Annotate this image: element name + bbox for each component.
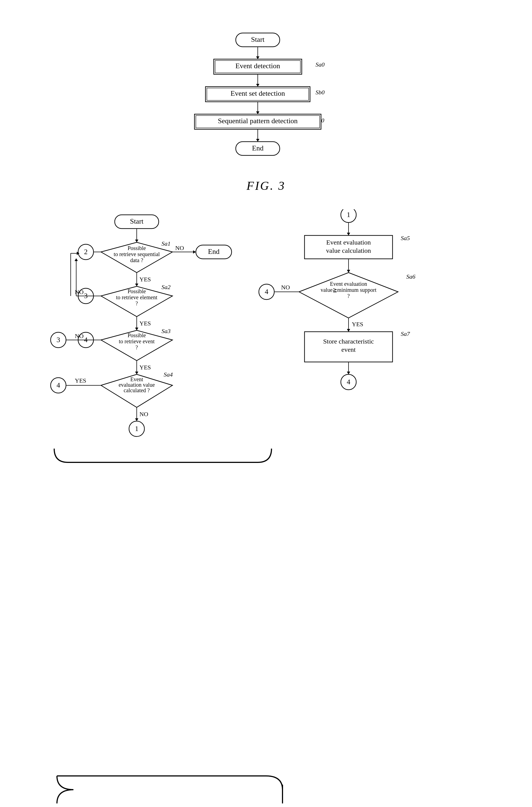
svg-text:4: 4 [347,378,350,386]
svg-text:YES: YES [352,321,363,328]
svg-text:Event evaluation: Event evaluation [330,281,367,287]
svg-text:YES: YES [139,320,151,327]
svg-text:NO: NO [281,284,290,291]
svg-text:data ?: data ? [130,257,143,263]
svg-text:to retrieve event: to retrieve event [119,338,155,344]
fig4-container: Start 2 Sa1 Possible to retrieve sequent… [22,209,510,807]
svg-text:calculated ?: calculated ? [124,387,150,393]
svg-marker-122 [347,371,350,374]
fig4-svg: Start 2 Sa1 Possible to retrieve sequent… [32,209,500,773]
svg-marker-9 [256,84,260,87]
svg-text:Sequential pattern detection: Sequential pattern detection [218,117,298,125]
svg-marker-61 [75,258,78,261]
svg-text:4: 4 [57,381,60,389]
svg-text:1: 1 [135,425,139,433]
svg-marker-27 [135,239,138,242]
svg-text:NO: NO [75,332,83,340]
fig3-svg: Start Sa0 Event detection Sb0 Event set … [170,27,362,171]
svg-text:Possible: Possible [128,245,146,251]
svg-text:2: 2 [84,248,88,256]
svg-marker-3 [256,56,260,59]
svg-text:Possible: Possible [128,288,146,294]
svg-text:Event detection: Event detection [235,62,280,70]
svg-text:?: ? [136,300,138,306]
svg-text:Possible: Possible [128,332,146,338]
svg-text:to retrieve element: to retrieve element [116,294,157,300]
svg-marker-91 [135,418,138,421]
svg-text:YES: YES [139,276,151,283]
svg-text:Event evaluation: Event evaluation [326,239,371,246]
svg-text:event: event [341,346,356,353]
svg-text:Start: Start [130,217,144,225]
svg-text:evaluation value: evaluation value [118,382,155,388]
svg-text:End: End [252,144,264,152]
page: Start Sa0 Event detection Sb0 Event set … [0,0,532,807]
svg-text:NO: NO [175,245,184,251]
svg-marker-98 [347,233,350,235]
svg-text:value calculation: value calculation [326,247,371,254]
svg-text:End: End [208,248,220,255]
svg-text:Sb0: Sb0 [316,89,325,96]
fig3-title: FIG. 3 [246,179,285,193]
svg-marker-21 [256,139,260,142]
svg-text:Event: Event [130,376,143,382]
svg-text:Event set detection: Event set detection [230,90,285,97]
svg-marker-115 [347,329,350,332]
svg-text:4: 4 [265,288,268,296]
svg-text:?: ? [347,293,350,299]
svg-text:Sa7: Sa7 [401,330,410,337]
svg-text:Sa4: Sa4 [164,371,173,378]
svg-text:NO: NO [139,411,148,418]
brace-svg [32,773,500,806]
svg-text:value≧minimum support: value≧minimum support [321,287,377,293]
svg-text:Sa3: Sa3 [162,328,171,334]
svg-marker-104 [347,270,350,273]
svg-text:Start: Start [251,36,265,43]
fig3-container: Start Sa0 Event detection Sb0 Event set … [22,27,510,193]
svg-marker-63 [135,328,138,330]
svg-text:Sa1: Sa1 [162,240,171,247]
svg-text:Store characteristic: Store characteristic [323,338,374,345]
svg-text:YES: YES [75,377,87,384]
svg-text:Sa0: Sa0 [316,61,325,68]
svg-text:3: 3 [57,336,60,344]
svg-text:Sa5: Sa5 [401,235,410,242]
svg-text:1: 1 [347,211,350,219]
svg-marker-38 [193,250,196,254]
svg-marker-15 [256,111,260,114]
svg-text:?: ? [136,344,138,350]
svg-text:YES: YES [139,364,151,371]
svg-text:Sa6: Sa6 [406,273,415,280]
svg-text:to retrieve sequential: to retrieve sequential [114,251,160,257]
svg-text:Sa2: Sa2 [162,284,171,290]
svg-marker-79 [135,371,138,374]
svg-marker-43 [135,284,138,286]
